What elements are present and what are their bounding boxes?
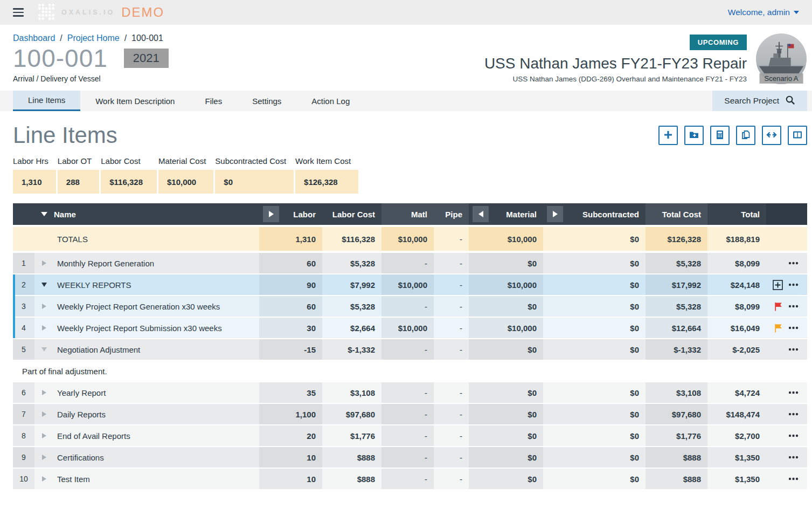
- table-row[interactable]: 6Yearly Report35$3,108--$0$0$3,108$4,724: [13, 382, 807, 404]
- cell-labor-cost: $888: [322, 469, 381, 489]
- row-name[interactable]: Daily Reports: [54, 404, 259, 424]
- cell-labor: 30: [259, 318, 322, 338]
- tab-work-item-description[interactable]: Work Item Description: [80, 91, 190, 111]
- brand-logo[interactable]: OXALIS.IO DEMO: [37, 2, 164, 23]
- table-row[interactable]: 8End of Avail Reports20$1,776--$0$0$1,77…: [13, 425, 807, 447]
- calculator-button[interactable]: [710, 126, 730, 145]
- tab-settings[interactable]: Settings: [237, 91, 296, 111]
- resize-columns-button[interactable]: [762, 126, 781, 145]
- row-name[interactable]: Weekly Project Report Generation x30 wee…: [54, 296, 259, 317]
- header-subcontracted-label[interactable]: Subcontracted: [582, 210, 639, 219]
- cell-total: $16,049: [707, 318, 766, 338]
- row-menu-button[interactable]: [788, 391, 799, 394]
- breadcrumb-dashboard[interactable]: Dashboard: [13, 33, 55, 43]
- collapse-all-button[interactable]: [34, 203, 54, 225]
- row-caret-cell: [34, 296, 54, 317]
- cell-subcontracted: $0: [543, 339, 646, 360]
- orange-flag-icon[interactable]: [774, 324, 783, 333]
- user-menu[interactable]: Welcome, admin: [728, 8, 799, 17]
- row-menu-button[interactable]: [788, 305, 799, 308]
- cell-matl: -: [381, 404, 434, 424]
- header-labor-cost[interactable]: Labor Cost: [322, 203, 381, 225]
- cell-subcontracted: $0: [543, 404, 646, 424]
- tab-action-log[interactable]: Action Log: [296, 91, 365, 111]
- cell-subcontracted: $0: [543, 318, 646, 338]
- row-name[interactable]: Weekly Project Report Submission x30 wee…: [54, 318, 259, 338]
- cell-material: $0: [469, 425, 543, 446]
- collapse-row-icon[interactable]: [41, 283, 47, 287]
- cell-labor: 1,100: [259, 404, 322, 424]
- summary-value-labor-hrs: 1,310: [13, 170, 56, 194]
- row-menu-button[interactable]: [788, 413, 799, 416]
- material-columns-toggle[interactable]: [473, 206, 489, 222]
- expand-row-icon[interactable]: [42, 433, 46, 438]
- table-row[interactable]: 2WEEKLY REPORTS90$7,992$10,000-$10,000$0…: [13, 274, 807, 296]
- tab-files[interactable]: Files: [190, 91, 237, 111]
- cell-total: $4,724: [707, 382, 766, 403]
- subcontracted-columns-toggle[interactable]: [547, 206, 563, 222]
- red-flag-icon[interactable]: [774, 302, 783, 311]
- copy-button[interactable]: [736, 126, 755, 145]
- summary-value-labor-ot: 288: [58, 170, 99, 194]
- header-total-cost[interactable]: Total Cost: [646, 203, 707, 225]
- labor-columns-toggle[interactable]: [263, 206, 279, 222]
- search-project-button[interactable]: Search Project: [712, 91, 807, 111]
- table-row[interactable]: 10Test Item10$888--$0$0$888$1,350: [13, 469, 807, 490]
- row-actions: [766, 447, 807, 468]
- cell-total: $1,350: [707, 447, 766, 468]
- cell-total-cost: $17,992: [646, 274, 707, 295]
- row-menu-button[interactable]: [788, 477, 799, 480]
- row-menu-button[interactable]: [788, 456, 799, 459]
- row-menu-button[interactable]: [788, 434, 799, 437]
- table-row[interactable]: 4Weekly Project Report Submission x30 we…: [13, 318, 807, 339]
- split-view-button[interactable]: [788, 126, 807, 145]
- table-row[interactable]: 7Daily Reports1,100$97,680--$0$0$97,680$…: [13, 404, 807, 425]
- row-menu-button[interactable]: [788, 348, 799, 351]
- cell-labor: 35: [259, 382, 322, 403]
- row-name[interactable]: Test Item: [54, 469, 259, 489]
- table-row[interactable]: 3Weekly Project Report Generation x30 we…: [13, 296, 807, 318]
- header-labor-label[interactable]: Labor: [293, 210, 316, 219]
- row-name[interactable]: Negotiation Adjustment: [54, 339, 259, 360]
- header-matl[interactable]: Matl: [381, 203, 434, 225]
- expand-row-icon[interactable]: [42, 260, 46, 266]
- table-row[interactable]: 5Negotiation Adjustment-15$-1,332--$0$0$…: [13, 339, 807, 361]
- project-avatar: Scenario A: [756, 33, 807, 84]
- row-number: 4: [13, 318, 34, 338]
- table-row[interactable]: 9Certifications10$888--$0$0$888$1,350: [13, 447, 807, 469]
- hamburger-menu-icon[interactable]: [13, 8, 24, 17]
- totals-spacer: [34, 227, 54, 251]
- row-menu-button[interactable]: [788, 326, 799, 329]
- header-pipe[interactable]: Pipe: [434, 203, 469, 225]
- header-total[interactable]: Total: [707, 203, 766, 225]
- project-header-left: Dashboard / Project Home / 100-001 100-0…: [13, 33, 169, 84]
- add-child-row-button[interactable]: [773, 280, 783, 290]
- row-name[interactable]: Yearly Report: [54, 382, 259, 403]
- row-name[interactable]: End of Avail Reports: [54, 425, 259, 446]
- row-name[interactable]: WEEKLY REPORTS: [54, 274, 259, 295]
- row-caret-cell: [34, 339, 54, 360]
- header-name[interactable]: Name: [54, 203, 259, 225]
- add-group-button[interactable]: [684, 126, 704, 145]
- table-row[interactable]: 1Monthly Report Generation60$5,328--$0$0…: [13, 253, 807, 274]
- row-name[interactable]: Monthly Report Generation: [54, 253, 259, 273]
- expand-row-icon[interactable]: [42, 390, 46, 395]
- breadcrumb-project-home[interactable]: Project Home: [67, 33, 120, 43]
- header-material-label[interactable]: Material: [506, 210, 537, 219]
- row-number: 10: [13, 469, 34, 489]
- row-menu-button[interactable]: [788, 262, 799, 265]
- summary-value-labor-cost: $116,328: [101, 170, 157, 194]
- expand-row-icon[interactable]: [42, 325, 46, 331]
- add-line-item-button[interactable]: [658, 126, 678, 145]
- row-name[interactable]: Certifications: [54, 447, 259, 468]
- tab-line-items[interactable]: Line Items: [13, 91, 80, 111]
- expand-row-icon[interactable]: [42, 411, 46, 417]
- cell-pipe: -: [434, 425, 469, 446]
- row-menu-button[interactable]: [788, 283, 799, 286]
- collapse-row-icon-muted[interactable]: [41, 347, 47, 352]
- expand-row-icon[interactable]: [42, 304, 46, 309]
- expand-row-icon[interactable]: [42, 476, 46, 482]
- cell-labor-cost: $-1,332: [322, 339, 381, 360]
- cell-matl: -: [381, 296, 434, 317]
- expand-row-icon[interactable]: [42, 455, 46, 460]
